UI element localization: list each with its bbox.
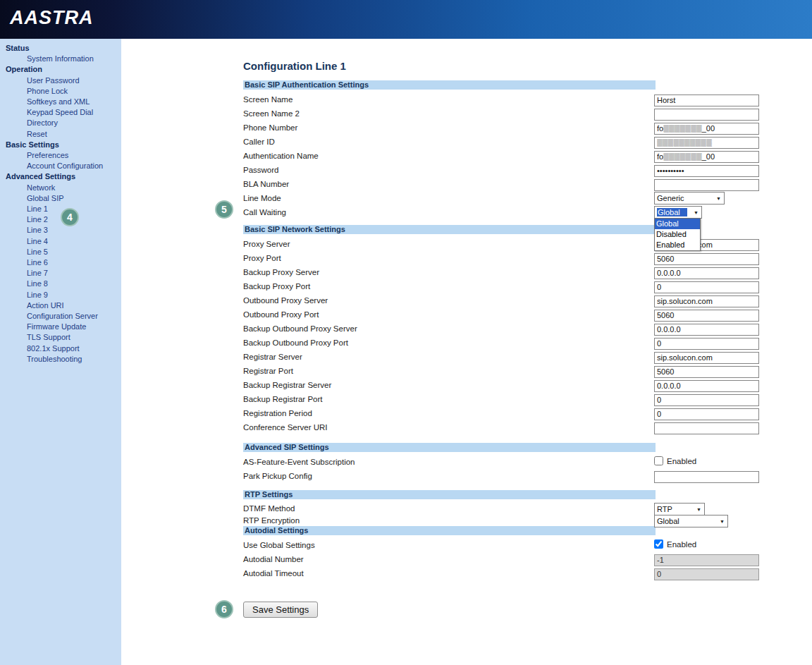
autodial-timeout-label: Autodial Timeout — [243, 569, 304, 578]
outbound-proxy-server-input[interactable] — [654, 295, 759, 307]
outbound-proxy-port-input[interactable] — [654, 310, 759, 322]
dtmf-method-selected-value: RTP — [657, 505, 672, 513]
backup-registrar-server-label: Backup Registrar Server — [243, 381, 331, 389]
call-waiting-dropdown-list: Global Disabled Enabled — [654, 218, 701, 251]
screen-name-input[interactable] — [654, 94, 759, 106]
form-row-registrar-server: Registrar Server — [243, 350, 656, 364]
form-row-registrar-port: Registrar Port — [243, 364, 656, 378]
form-row-authentication-name: Authentication Name — [243, 149, 656, 163]
use-global-settings-checkbox[interactable] — [654, 539, 663, 549]
rtp-encryption-select[interactable]: Global ▼ — [654, 515, 728, 527]
backup-registrar-port-label: Backup Registrar Port — [243, 395, 323, 403]
as-feature-event-label: AS-Feature-Event Subscription — [243, 458, 355, 466]
registration-period-input[interactable] — [654, 408, 759, 420]
sidebar-item-phone-lock[interactable]: Phone Lock — [0, 86, 121, 97]
call-waiting-select[interactable]: Global ▼ — [654, 206, 702, 219]
sidebar-item-line-4[interactable]: Line 4 — [0, 236, 121, 247]
bla-number-input[interactable] — [654, 179, 759, 191]
sidebar-item-line-6[interactable]: Line 6 — [0, 257, 121, 268]
sidebar-item-line-8[interactable]: Line 8 — [0, 279, 121, 289]
sidebar-item-action-uri[interactable]: Action URI — [0, 300, 121, 311]
aastra-logo: AASTRA — [10, 7, 94, 29]
rtp-encryption-selected-value: Global — [657, 517, 679, 525]
form-row-bla-number: BLA Number — [243, 177, 656, 191]
sidebar-item-8021x-support[interactable]: 802.1x Support — [0, 343, 121, 354]
as-feature-event-checkbox-label: Enabled — [667, 457, 696, 465]
form-row-park-pickup-config: Park Pickup Config — [243, 469, 656, 483]
proxy-server-label: Proxy Server — [243, 240, 290, 248]
save-settings-button[interactable]: Save Settings — [243, 602, 318, 618]
form-row-as-feature-event: AS-Feature-Event Subscription Enabled — [243, 455, 656, 469]
autodial-number-label: Autodial Number — [243, 555, 304, 563]
sidebar-item-global-sip[interactable]: Global SIP — [0, 193, 121, 204]
form-row-backup-proxy-server: Backup Proxy Server — [243, 265, 656, 279]
backup-outbound-proxy-port-label: Backup Outbound Proxy Port — [243, 338, 348, 347]
callout-badge-5: 5 — [215, 200, 233, 219]
sidebar-item-line-9[interactable]: Line 9 — [0, 290, 121, 300]
registrar-server-input[interactable] — [654, 352, 759, 364]
sidebar-item-directory[interactable]: Directory — [0, 118, 121, 128]
form-row-line-mode: Line Mode Generic ▼ — [243, 191, 656, 205]
backup-registrar-server-input[interactable] — [654, 380, 759, 392]
backup-proxy-server-input[interactable] — [654, 267, 759, 279]
sidebar-item-configuration-server[interactable]: Configuration Server — [0, 311, 121, 322]
sidebar-item-line-3[interactable]: Line 3 — [0, 225, 121, 236]
sidebar-item-preferences[interactable]: Preferences — [0, 150, 121, 161]
backup-outbound-proxy-server-input[interactable] — [654, 324, 759, 336]
sidebar-item-network[interactable]: Network — [0, 183, 121, 193]
sidebar-item-line-5[interactable]: Line 5 — [0, 247, 121, 257]
dtmf-method-select[interactable]: RTP ▼ — [654, 503, 705, 515]
phone-number-label: Phone Number — [243, 123, 297, 132]
use-global-settings-checkbox-label: Enabled — [667, 540, 696, 549]
bla-number-label: BLA Number — [243, 180, 289, 188]
park-pickup-config-input[interactable] — [654, 471, 759, 483]
configuration-form: Basic SIP Authentication Settings Screen… — [243, 80, 656, 618]
form-row-conference-server-uri: Conference Server URI — [243, 420, 656, 434]
sidebar-item-system-information[interactable]: System Information — [0, 54, 121, 64]
sidebar-item-reset[interactable]: Reset — [0, 129, 121, 140]
form-row-dtmf-method: DTMF Method RTP ▼ — [243, 502, 656, 514]
form-row-autodial-number: Autodial Number — [243, 552, 656, 566]
section-header-network: Basic SIP Network Settings — [243, 225, 656, 234]
dropdown-option-global[interactable]: Global — [655, 219, 700, 229]
proxy-port-input[interactable] — [654, 253, 759, 265]
sidebar-item-tls-support[interactable]: TLS Support — [0, 332, 121, 343]
line-mode-select[interactable]: Generic ▼ — [654, 192, 725, 205]
sidebar-item-user-password[interactable]: User Password — [0, 75, 121, 86]
dropdown-option-enabled[interactable]: Enabled — [655, 240, 700, 250]
dtmf-method-label: DTMF Method — [243, 504, 295, 513]
registrar-port-label: Registrar Port — [243, 367, 293, 375]
phone-number-input[interactable] — [654, 123, 759, 135]
sidebar-item-line-1[interactable]: Line 1 — [0, 204, 121, 214]
conference-server-uri-input[interactable] — [654, 422, 759, 434]
use-global-settings-label: Use Global Settings — [243, 541, 315, 549]
backup-proxy-port-input[interactable] — [654, 281, 759, 293]
sidebar-item-account-configuration[interactable]: Account Configuration — [0, 161, 121, 171]
sidebar-nav: Status System Information Operation User… — [0, 39, 121, 665]
screen-name-2-input[interactable] — [654, 109, 759, 121]
form-row-registration-period: Registration Period — [243, 406, 656, 420]
registrar-server-label: Registrar Server — [243, 353, 302, 361]
section-header-advanced: Advanced SIP Settings — [243, 443, 656, 452]
sidebar-section-operation: Operation — [0, 64, 121, 75]
sidebar-item-keypad-speed-dial[interactable]: Keypad Speed Dial — [0, 107, 121, 118]
line-mode-selected-value: Generic — [657, 194, 684, 202]
sidebar-item-softkeys-xml[interactable]: Softkeys and XML — [0, 97, 121, 107]
backup-outbound-proxy-port-input[interactable] — [654, 338, 759, 350]
backup-outbound-proxy-server-label: Backup Outbound Proxy Server — [243, 324, 357, 333]
sidebar-item-troubleshooting[interactable]: Troubleshooting — [0, 354, 121, 365]
backup-registrar-port-input[interactable] — [654, 394, 759, 406]
password-input[interactable] — [654, 165, 759, 177]
caller-id-input[interactable] — [654, 137, 759, 149]
section-header-auth: Basic SIP Authentication Settings — [243, 80, 656, 90]
dropdown-option-disabled[interactable]: Disabled — [655, 229, 700, 240]
form-row-password: Password — [243, 163, 656, 177]
registrar-port-input[interactable] — [654, 366, 759, 378]
sidebar-item-firmware-update[interactable]: Firmware Update — [0, 322, 121, 332]
authentication-name-label: Authentication Name — [243, 152, 319, 160]
sidebar-item-line-7[interactable]: Line 7 — [0, 268, 121, 279]
as-feature-event-checkbox[interactable] — [654, 456, 663, 465]
authentication-name-input[interactable] — [654, 151, 759, 163]
form-row-backup-registrar-server: Backup Registrar Server — [243, 378, 656, 392]
form-row-use-global-settings: Use Global Settings Enabled — [243, 538, 656, 552]
